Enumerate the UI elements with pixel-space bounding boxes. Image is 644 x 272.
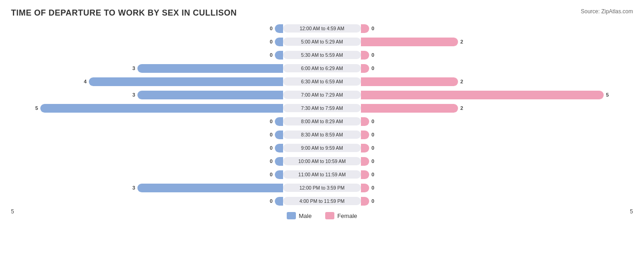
male-value: 0 <box>267 145 273 151</box>
female-value: 0 <box>371 132 377 137</box>
female-value: 0 <box>371 26 377 31</box>
male-side: 0 <box>11 36 283 48</box>
source-text: Source: ZipAtlas.com <box>581 8 633 15</box>
table-row: 05:00 AM to 5:29 AM2 <box>11 36 633 48</box>
title-row: TIME OF DEPARTURE TO WORK BY SEX IN CULL… <box>11 8 633 18</box>
male-side: 4 <box>11 76 283 87</box>
time-label: 11:00 AM to 11:59 AM <box>283 170 361 179</box>
female-side: 0 <box>361 182 633 194</box>
female-value: 0 <box>371 158 377 164</box>
time-label: 12:00 AM to 4:59 AM <box>283 24 361 33</box>
axis-right: 5 <box>630 208 633 215</box>
male-bar <box>275 51 283 60</box>
male-bar <box>137 91 283 99</box>
male-bar <box>89 77 283 86</box>
legend-male-color <box>287 212 296 219</box>
male-value: 0 <box>267 52 273 58</box>
table-row: 010:00 AM to 10:59 AM0 <box>11 155 633 167</box>
time-label: 7:30 AM to 7:59 AM <box>283 104 361 112</box>
chart-title: TIME OF DEPARTURE TO WORK BY SEX IN CULL… <box>11 8 237 18</box>
time-label: 8:30 AM to 8:59 AM <box>283 131 361 139</box>
female-value: 0 <box>371 52 377 58</box>
female-value: 2 <box>460 39 466 44</box>
legend-female-label: Female <box>337 212 357 219</box>
female-bar <box>361 144 369 152</box>
male-bar <box>40 104 283 113</box>
time-label: 7:00 AM to 7:29 AM <box>283 91 361 99</box>
male-value: 0 <box>267 198 273 204</box>
rows-container: 012:00 AM to 4:59 AM005:00 AM to 5:29 AM… <box>11 22 633 207</box>
female-value: 0 <box>371 185 377 190</box>
time-label: 5:30 AM to 5:59 AM <box>283 51 361 59</box>
male-side: 0 <box>11 169 283 180</box>
male-bar <box>275 197 283 206</box>
male-value: 3 <box>130 185 135 190</box>
male-side: 3 <box>11 89 283 101</box>
female-side: 2 <box>361 76 633 87</box>
time-label: 12:00 PM to 3:59 PM <box>283 184 361 192</box>
female-bar <box>361 51 369 60</box>
table-row: 57:30 AM to 7:59 AM2 <box>11 102 633 114</box>
male-bar <box>275 131 283 139</box>
female-bar <box>361 184 369 192</box>
table-row: 011:00 AM to 11:59 AM0 <box>11 169 633 180</box>
female-bar <box>361 197 369 206</box>
female-side: 0 <box>361 129 633 141</box>
table-row: 37:00 AM to 7:29 AM5 <box>11 89 633 101</box>
male-bar <box>275 170 283 179</box>
male-side: 0 <box>11 155 283 167</box>
male-value: 4 <box>81 79 87 84</box>
female-value: 5 <box>606 92 611 98</box>
female-bar <box>361 24 369 33</box>
female-bar <box>361 117 369 126</box>
female-value: 2 <box>460 79 466 84</box>
female-side: 0 <box>361 49 633 61</box>
time-label: 9:00 AM to 9:59 AM <box>283 144 361 152</box>
male-value: 3 <box>130 92 135 98</box>
chart-container: TIME OF DEPARTURE TO WORK BY SEX IN CULL… <box>0 0 644 272</box>
female-bar <box>361 170 369 179</box>
female-bar <box>361 104 458 113</box>
table-row: 08:30 AM to 8:59 AM0 <box>11 129 633 141</box>
male-bar <box>275 144 283 152</box>
male-bar <box>275 38 283 46</box>
male-bar <box>275 24 283 33</box>
table-row: 04:00 PM to 11:59 PM0 <box>11 195 633 207</box>
female-bar <box>361 131 369 139</box>
male-side: 3 <box>11 62 283 74</box>
female-value: 0 <box>371 119 377 124</box>
male-value: 3 <box>130 65 135 71</box>
male-value: 0 <box>267 39 273 44</box>
table-row: 46:30 AM to 6:59 AM2 <box>11 76 633 87</box>
female-side: 5 <box>361 89 633 101</box>
male-value: 0 <box>267 119 273 124</box>
table-row: 08:00 AM to 8:29 AM0 <box>11 115 633 127</box>
time-label: 6:30 AM to 6:59 AM <box>283 77 361 86</box>
legend-male-label: Male <box>299 212 311 219</box>
time-label: 5:00 AM to 5:29 AM <box>283 38 361 46</box>
table-row: 36:00 AM to 6:29 AM0 <box>11 62 633 74</box>
female-side: 0 <box>361 169 633 180</box>
female-bar <box>361 157 369 166</box>
female-side: 2 <box>361 102 633 114</box>
axis-left: 5 <box>11 208 14 215</box>
male-value: 5 <box>33 105 38 111</box>
table-row: 05:30 AM to 5:59 AM0 <box>11 49 633 61</box>
male-side: 0 <box>11 115 283 127</box>
female-side: 0 <box>361 62 633 74</box>
male-side: 3 <box>11 182 283 194</box>
legend-female: Female <box>325 212 357 219</box>
male-side: 0 <box>11 142 283 154</box>
time-label: 6:00 AM to 6:29 AM <box>283 64 361 72</box>
male-side: 0 <box>11 129 283 141</box>
legend-male: Male <box>287 212 311 219</box>
time-label: 4:00 PM to 11:59 PM <box>283 197 361 205</box>
table-row: 312:00 PM to 3:59 PM0 <box>11 182 633 194</box>
female-value: 0 <box>371 145 377 151</box>
female-side: 0 <box>361 22 633 34</box>
table-row: 09:00 AM to 9:59 AM0 <box>11 142 633 154</box>
female-side: 0 <box>361 195 633 207</box>
female-side: 0 <box>361 142 633 154</box>
male-side: 0 <box>11 22 283 34</box>
male-bar <box>137 64 283 73</box>
